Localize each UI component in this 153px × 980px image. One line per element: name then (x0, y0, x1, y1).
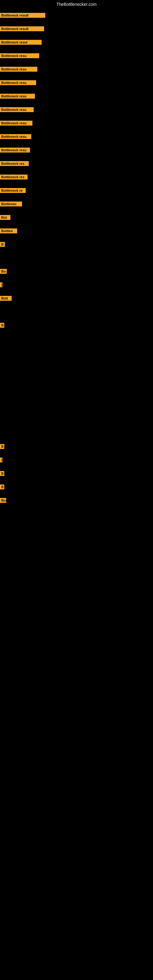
site-title: TheBottlenecker.com (0, 0, 153, 9)
list-item: Bottleneck resu (0, 62, 153, 76)
list-item: B (0, 318, 153, 332)
bottleneck-result-bar[interactable]: Bottleneck result (0, 13, 45, 18)
bottleneck-result-bar[interactable]: Bottleneck resul (0, 40, 41, 45)
list-item (0, 305, 153, 318)
bottleneck-result-bar[interactable]: Bottleneck re (0, 188, 26, 193)
list-item: Bottleneck resu (0, 49, 153, 62)
bottleneck-result-bar[interactable]: Bott (0, 296, 12, 301)
bottleneck-result-bar[interactable]: Bottleneck resu (0, 80, 36, 85)
bottleneck-result-bar[interactable]: B (0, 471, 4, 476)
bottleneck-result-bar[interactable]: Bottleneck result (0, 26, 44, 31)
list-item: Bottleneck result (0, 22, 153, 35)
bottleneck-result-bar[interactable]: Bottleneck resu (0, 121, 32, 126)
list-item: | (0, 278, 153, 291)
bottleneck-result-bar[interactable]: | (0, 282, 2, 287)
bottleneck-result-bar[interactable]: Bottleneck res (0, 161, 29, 166)
list-item: Bott (0, 291, 153, 305)
bottleneck-result-bar[interactable]: Bo (0, 269, 7, 274)
bottleneck-result-bar[interactable]: Bot (0, 215, 10, 220)
list-item: Bottleneck resu (0, 143, 153, 157)
list-item (0, 332, 153, 345)
bottleneck-result-bar[interactable]: Bottleneck resu (0, 94, 35, 99)
bottleneck-result-bar[interactable]: Bottleneck resu (0, 67, 37, 72)
list-item (0, 386, 153, 399)
list-item: Bottleneck resu (0, 103, 153, 116)
bottleneck-result-bar[interactable]: Bottleneck res (0, 175, 27, 180)
bottleneck-result-bar[interactable]: B (0, 242, 5, 247)
list-item: Bot (0, 211, 153, 224)
bottleneck-result-bar[interactable]: Bottleneck resu (0, 134, 31, 139)
list-item (0, 359, 153, 372)
list-item: Bottleneck res (0, 170, 153, 184)
list-item: Bottleneck resu (0, 116, 153, 130)
list-item: Bottleneck resu (0, 76, 153, 89)
list-item: | (0, 453, 153, 467)
list-item: Bottleneck resul (0, 35, 153, 49)
bottleneck-result-bar[interactable]: | (0, 458, 2, 463)
list-item: B (0, 480, 153, 494)
list-item (0, 251, 153, 265)
list-item: Bottleneck re (0, 184, 153, 197)
list-item: Bottleneck resu (0, 89, 153, 103)
bottleneck-result-bar[interactable]: B (0, 444, 4, 449)
bottleneck-result-bar[interactable]: Bottleneck resu (0, 53, 39, 58)
list-item (0, 413, 153, 426)
list-item (0, 372, 153, 386)
list-item: B (0, 440, 153, 453)
list-item: Bo (0, 494, 153, 507)
list-item (0, 426, 153, 440)
bottleneck-result-bar[interactable]: Bo (0, 498, 6, 503)
list-item: Bottlen (0, 224, 153, 238)
list-item: Bottlenec (0, 197, 153, 211)
list-item: B (0, 238, 153, 251)
list-item: Bottleneck res (0, 157, 153, 170)
bottleneck-result-bar[interactable]: Bottleneck resu (0, 148, 30, 153)
list-item: B (0, 467, 153, 480)
bottleneck-result-bar[interactable]: B (0, 323, 4, 328)
bottleneck-result-bar[interactable]: Bottleneck resu (0, 107, 33, 112)
bottleneck-result-bar[interactable]: B (0, 485, 4, 489)
list-item (0, 345, 153, 359)
list-item: Bottleneck result (0, 9, 153, 22)
list-item: Bo (0, 265, 153, 278)
bottleneck-result-bar[interactable]: Bottlen (0, 229, 17, 233)
bottleneck-result-bar[interactable]: Bottlenec (0, 202, 22, 207)
list-item: Bottleneck resu (0, 130, 153, 143)
list-item (0, 399, 153, 413)
